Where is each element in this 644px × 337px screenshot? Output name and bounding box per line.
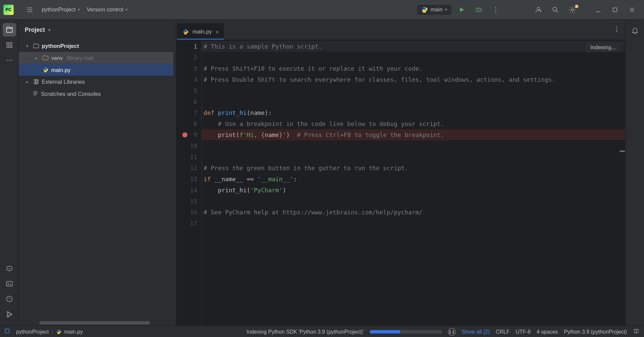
code-body[interactable]: # This is a sample Python script. # Pres…: [202, 40, 625, 325]
line-number[interactable]: 5: [176, 85, 202, 96]
editor-tab-main[interactable]: main.py ×: [177, 23, 224, 40]
breadcrumb-file[interactable]: main.py: [64, 329, 83, 335]
line-number[interactable]: 17: [176, 218, 202, 229]
encoding[interactable]: UTF-8: [516, 329, 531, 335]
python-icon: [56, 329, 62, 335]
editor-area: main.py × 1 2 3 4 5 6 7 8 9 10 11 12: [176, 19, 625, 325]
line-number[interactable]: 8: [176, 118, 202, 129]
code-with-me-button[interactable]: [530, 1, 547, 18]
project-tree: ▾ pythonProject ▸ venv library root main…: [19, 40, 176, 99]
maximize-button[interactable]: [606, 1, 624, 18]
line-number[interactable]: 11: [176, 151, 202, 162]
project-config-icon[interactable]: [4, 328, 10, 335]
tree-venv[interactable]: ▸ venv library root: [19, 52, 173, 64]
more-actions-button[interactable]: [487, 1, 504, 18]
tab-more-button[interactable]: [608, 19, 625, 40]
code-token: print_hi: [218, 109, 247, 116]
breadcrumb[interactable]: pythonProject › main.py: [16, 329, 83, 335]
reader-mode-icon[interactable]: [633, 328, 640, 336]
svg-point-7: [553, 7, 556, 11]
close-window-button[interactable]: [624, 1, 641, 18]
svg-rect-12: [7, 46, 9, 48]
code-line: # Press the green button in the gutter t…: [204, 164, 408, 171]
code-token: :: [293, 176, 297, 182]
line-number[interactable]: 13: [176, 174, 202, 185]
svg-point-14: [6, 60, 7, 61]
notifications-button[interactable]: [628, 24, 642, 38]
project-tool-button[interactable]: [2, 23, 16, 37]
project-panel: Project ▾ ▾ pythonProject ▸ venv library…: [19, 19, 176, 325]
expand-icon[interactable]: ▸: [24, 79, 31, 84]
show-all-link[interactable]: Show all (2): [462, 329, 490, 335]
folder-icon: [33, 43, 40, 49]
main-menu-button[interactable]: [21, 1, 38, 18]
indexing-status[interactable]: Indexing Python SDK 'Python 3.9 (pythonP…: [247, 329, 364, 335]
settings-button[interactable]: [564, 1, 581, 18]
svg-point-2: [477, 8, 480, 11]
run-config-selector[interactable]: main ▾: [417, 4, 451, 14]
indent[interactable]: 4 spaces: [537, 329, 558, 335]
structure-tool-button[interactable]: [2, 38, 16, 52]
code-token: ): [286, 131, 297, 138]
line-number[interactable]: 12: [176, 162, 202, 174]
line-number[interactable]: 3: [176, 63, 202, 74]
vcs-label: Version control: [87, 6, 123, 13]
debug-button[interactable]: [470, 1, 487, 18]
line-number[interactable]: 2: [176, 52, 202, 63]
line-number[interactable]: 6: [176, 96, 202, 107]
line-number[interactable]: 15: [176, 196, 202, 207]
tree-ext-libs[interactable]: ▸ External Libraries: [19, 76, 173, 88]
svg-point-15: [9, 60, 10, 61]
run-button[interactable]: [453, 1, 470, 18]
code-token: print_hi(: [204, 187, 250, 193]
line-separator[interactable]: CRLF: [496, 329, 509, 335]
more-tools-button[interactable]: [2, 54, 16, 67]
breakpoint-icon[interactable]: [182, 132, 187, 137]
svg-rect-10: [7, 43, 9, 45]
horizontal-scrollbar[interactable]: [39, 321, 150, 325]
scroll-map[interactable]: [619, 40, 625, 325]
breadcrumb-project[interactable]: pythonProject: [16, 329, 49, 335]
line-number[interactable]: 4: [176, 74, 202, 85]
code-line: # Press Double Shift to search everywher…: [204, 76, 555, 83]
minimize-button[interactable]: [589, 1, 606, 18]
expand-icon[interactable]: ▾: [24, 44, 31, 48]
vcs-selector[interactable]: Version control ▾: [87, 6, 127, 13]
editor-gutter[interactable]: 1 2 3 4 5 6 7 8 9 10 11 12 13 14 15 16 1…: [176, 40, 202, 325]
problems-tool-button[interactable]: [2, 292, 16, 306]
services-tool-button[interactable]: [2, 262, 16, 275]
progress-bar[interactable]: [370, 330, 442, 333]
tree-root[interactable]: ▾ pythonProject: [19, 40, 173, 52]
terminal-tool-button[interactable]: [2, 277, 16, 291]
line-number[interactable]: 1: [176, 41, 202, 52]
statusbar: pythonProject › main.py Indexing Python …: [0, 325, 644, 337]
line-number[interactable]: 7: [176, 107, 202, 118]
tree-file-main[interactable]: main.py: [19, 64, 173, 76]
line-number[interactable]: 10: [176, 140, 202, 151]
code-token: '__main__': [258, 176, 293, 182]
code-token: name: [265, 131, 279, 138]
expand-icon[interactable]: ▸: [33, 56, 40, 60]
interpreter[interactable]: Python 3.9 (pythonProject): [564, 329, 627, 335]
svg-point-0: [423, 7, 424, 8]
line-number[interactable]: 9: [176, 129, 202, 140]
pause-button[interactable]: ❚❚: [448, 328, 456, 335]
app-logo: PC: [3, 4, 13, 14]
line-number[interactable]: 16: [176, 207, 202, 218]
project-selector[interactable]: pythonProject ▾: [42, 6, 80, 13]
vcs-tool-button[interactable]: [2, 308, 16, 321]
python-icon: [182, 28, 189, 35]
svg-point-4: [495, 9, 496, 10]
project-panel-header[interactable]: Project ▾: [19, 19, 176, 40]
indexing-indicator: Indexing...: [586, 43, 620, 52]
tree-scratches[interactable]: Scratches and Consoles: [19, 88, 173, 100]
svg-point-21: [7, 316, 8, 317]
search-button[interactable]: [547, 1, 564, 18]
svg-rect-9: [613, 8, 617, 11]
line-number[interactable]: 14: [176, 185, 202, 196]
code-editor[interactable]: 1 2 3 4 5 6 7 8 9 10 11 12 13 14 15 16 1…: [176, 40, 625, 325]
code-line: # Press Shift+F10 to execute it or repla…: [204, 65, 423, 72]
svg-point-24: [616, 29, 617, 30]
close-tab-button[interactable]: ×: [215, 28, 219, 35]
code-token: }: [279, 131, 283, 138]
